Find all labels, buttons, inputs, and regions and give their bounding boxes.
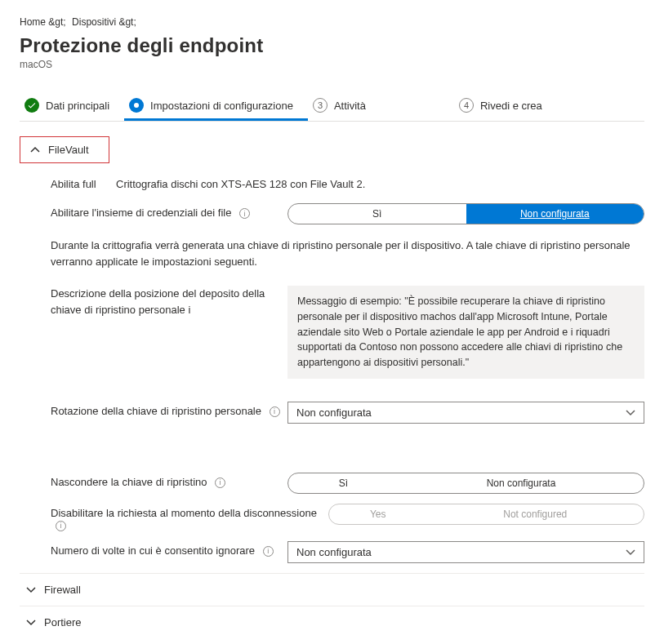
hide-yes[interactable]: Sì	[288, 473, 399, 493]
step-assignments[interactable]: 3 Attività	[308, 93, 381, 121]
bypass-select[interactable]: Non configurata	[287, 541, 644, 563]
credset-label: Abilitare l'insieme di credenziali dei f…	[51, 203, 287, 219]
breadcrumb-devices[interactable]: Dispositivi &gt;	[72, 16, 136, 28]
step-number: 3	[313, 98, 328, 113]
section-filevault-header[interactable]: FileVault	[20, 136, 109, 163]
rotation-value: Non configurata	[296, 406, 372, 419]
breadcrumb-home[interactable]: Home &gt;	[20, 16, 66, 28]
step-basics[interactable]: Dati principali	[20, 93, 124, 121]
step-label: Attività	[334, 100, 366, 112]
rotation-label: Rotazione della chiave di ripristino per…	[51, 402, 287, 417]
info-icon[interactable]: i	[239, 208, 250, 219]
step-label: Dati principali	[46, 100, 109, 112]
disable-yes: Yes	[329, 504, 426, 524]
hide-key-toggle[interactable]: Sì Non configurata	[287, 473, 644, 494]
section-title: Firewall	[44, 584, 81, 596]
step-label: Impostazioni di configurazione	[150, 100, 293, 112]
bypass-value: Non configurata	[296, 546, 372, 558]
step-number: 4	[459, 98, 474, 113]
enable-full-desc: Crittografia dischi con XTS-AES 128 con …	[116, 175, 365, 190]
disable-prompt-label: Disabilitare la richiesta al momento del…	[51, 504, 328, 531]
page-subtitle: macOS	[20, 59, 644, 70]
step-label: Rivedi e crea	[480, 100, 542, 112]
escrow-description-input[interactable]: Messaggio di esempio: "È possibile recup…	[287, 286, 644, 379]
info-icon[interactable]: i	[270, 406, 280, 417]
step-configuration[interactable]: Impostazioni di configurazione	[124, 93, 308, 121]
escrow-label: Descrizione della posizione del deposito…	[51, 286, 287, 318]
section-firewall-header[interactable]: Firewall	[20, 573, 644, 606]
enable-full-label: Abilita full	[51, 175, 116, 190]
disable-prompt-toggle: Yes Not configured	[328, 504, 644, 525]
section-title: FileVault	[48, 144, 89, 156]
chevron-down-icon	[626, 547, 635, 557]
disable-notconfigured: Not configured	[426, 504, 644, 524]
section-portiere-header[interactable]: Portiere	[20, 606, 644, 638]
credset-notconfigured[interactable]: Non configurata	[466, 204, 644, 224]
breadcrumb: Home &gt; Dispositivi &gt;	[20, 16, 644, 28]
chevron-down-icon	[26, 584, 36, 594]
credset-toggle[interactable]: Sì Non configurata	[287, 203, 644, 224]
info-icon[interactable]: i	[56, 521, 66, 531]
hide-notconfigured[interactable]: Non configurata	[399, 473, 644, 493]
step-number-icon	[129, 98, 144, 113]
wizard-steps: Dati principali Impostazioni di configur…	[20, 93, 644, 122]
section-filevault-body: Abilita full Crittografia dischi con XTS…	[20, 175, 644, 563]
step-review[interactable]: 4 Rivedi e crea	[454, 93, 557, 121]
bypass-label: Numero di volte in cui è consentito igno…	[51, 541, 287, 557]
info-icon[interactable]: i	[263, 546, 274, 557]
chevron-down-icon	[26, 617, 36, 627]
chevron-down-icon	[626, 407, 635, 417]
section-title: Portiere	[44, 616, 82, 628]
chevron-up-icon	[30, 145, 40, 155]
credset-yes[interactable]: Sì	[288, 204, 466, 224]
recovery-key-note: Durante la crittografia verrà generata u…	[51, 238, 644, 269]
check-icon	[25, 98, 39, 113]
page-title: Protezione degli endpoint	[20, 34, 644, 57]
hide-key-label: Nascondere la chiave di ripristino i	[51, 473, 287, 488]
info-icon[interactable]: i	[215, 477, 225, 488]
rotation-select[interactable]: Non configurata	[287, 402, 644, 424]
info-icon[interactable]: i	[188, 304, 190, 316]
